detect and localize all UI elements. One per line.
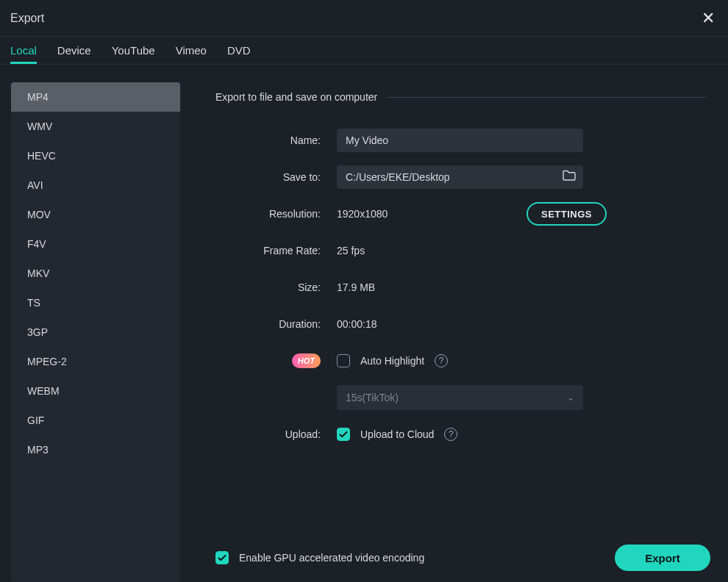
resolution-label: Resolution:: [215, 208, 337, 220]
close-icon[interactable]: ✕: [702, 10, 715, 26]
gpu-checkbox[interactable]: [215, 551, 229, 564]
preset-value: 15s(TikTok): [346, 392, 399, 403]
settings-button[interactable]: SETTINGS: [527, 202, 607, 226]
chevron-down-icon: ⌄: [567, 392, 574, 403]
name-input[interactable]: [337, 129, 583, 152]
framerate-label: Frame Rate:: [215, 245, 337, 256]
uploadcloud-label: Upload to Cloud: [360, 428, 434, 440]
duration-value: 00:00:18: [337, 318, 377, 330]
autohighlight-checkbox[interactable]: [337, 354, 350, 367]
format-item-gif[interactable]: GIF: [11, 406, 180, 435]
upload-label: Upload:: [215, 428, 337, 440]
window-title: Export: [10, 12, 44, 25]
duration-label: Duration:: [215, 318, 337, 330]
format-item-ts[interactable]: TS: [11, 288, 180, 317]
titlebar: Export ✕: [0, 0, 728, 37]
tab-device[interactable]: Device: [57, 44, 91, 64]
format-item-mov[interactable]: MOV: [11, 200, 180, 229]
format-item-mp4[interactable]: MP4: [11, 82, 180, 112]
help-icon[interactable]: ?: [444, 428, 457, 441]
uploadcloud-checkbox[interactable]: [337, 428, 350, 441]
preset-select[interactable]: 15s(TikTok) ⌄: [337, 385, 583, 410]
name-label: Name:: [215, 134, 337, 146]
format-item-mpeg2[interactable]: MPEG-2: [11, 347, 180, 376]
format-item-webm[interactable]: WEBM: [11, 376, 180, 406]
autohighlight-label: Auto Highlight: [360, 355, 424, 367]
format-item-mp3[interactable]: MP3: [11, 435, 180, 464]
section-title-text: Export to file and save on computer: [215, 91, 377, 103]
saveto-input[interactable]: [337, 165, 583, 189]
format-item-f4v[interactable]: F4V: [11, 229, 180, 259]
saveto-label: Save to:: [215, 171, 337, 183]
folder-icon[interactable]: [563, 170, 576, 184]
help-icon[interactable]: ?: [435, 354, 448, 367]
section-title: Export to file and save on computer: [215, 91, 706, 103]
format-item-3gp[interactable]: 3GP: [11, 317, 180, 347]
format-item-wmv[interactable]: WMV: [11, 112, 180, 141]
tab-youtube[interactable]: YouTube: [112, 44, 155, 64]
size-label: Size:: [215, 281, 337, 293]
main-panel: Export to file and save on computer Name…: [180, 82, 728, 582]
format-sidebar: MP4 WMV HEVC AVI MOV F4V MKV TS 3GP MPEG…: [11, 82, 180, 582]
export-button[interactable]: Export: [615, 545, 710, 571]
hot-badge: HOT: [292, 353, 321, 368]
framerate-value: 25 fps: [337, 245, 365, 256]
tab-dvd[interactable]: DVD: [227, 44, 251, 64]
resolution-value: 1920x1080: [337, 208, 388, 220]
format-item-mkv[interactable]: MKV: [11, 259, 180, 288]
size-value: 17.9 MB: [337, 281, 375, 293]
tab-vimeo[interactable]: Vimeo: [176, 44, 207, 64]
gpu-label: Enable GPU accelerated video encoding: [239, 552, 424, 564]
format-item-avi[interactable]: AVI: [11, 170, 180, 200]
format-item-hevc[interactable]: HEVC: [11, 141, 180, 170]
tabs: Local Device YouTube Vimeo DVD: [0, 37, 728, 65]
tab-local[interactable]: Local: [10, 44, 37, 64]
